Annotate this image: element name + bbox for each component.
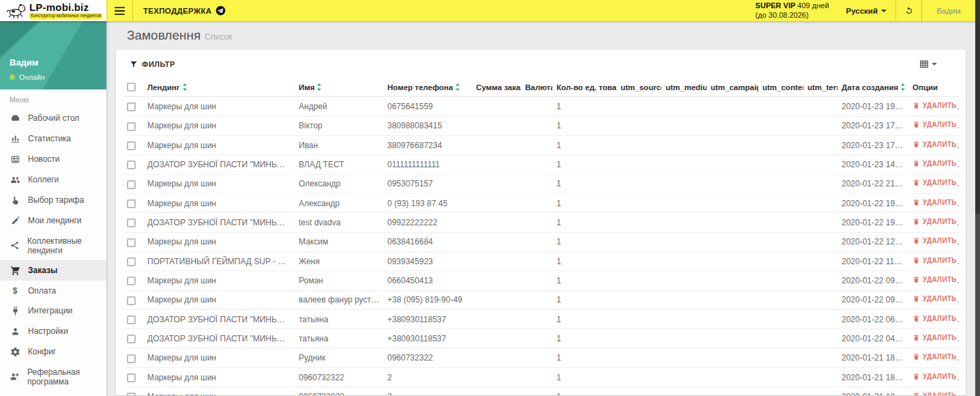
cell-phone: 2 <box>383 368 472 387</box>
sidebar-item-colleagues[interactable]: Коллеги <box>0 169 106 190</box>
col-header-phone[interactable]: Номер телефона <box>383 78 472 97</box>
row-checkbox[interactable] <box>127 257 136 266</box>
row-checkbox[interactable] <box>127 277 136 285</box>
row-checkbox[interactable] <box>127 393 136 395</box>
sidebar-item-tariff[interactable]: Выбор тарифа <box>0 190 106 210</box>
select-all-checkbox[interactable] <box>127 83 136 91</box>
language-dropdown[interactable]: Русский <box>837 0 895 21</box>
row-checkbox[interactable] <box>127 354 136 363</box>
row-checkbox[interactable] <box>127 296 136 305</box>
sidebar-item-collective-landings[interactable]: Коллективные лендинги <box>0 231 106 260</box>
cell-utm_source <box>617 97 662 116</box>
scrollbar-thumb[interactable] <box>975 0 980 214</box>
delete-button[interactable]: УДАЛИТЬ <box>912 315 957 322</box>
hamburger-button[interactable] <box>106 0 132 21</box>
delete-button[interactable]: УДАЛИТЬ <box>912 218 957 225</box>
topbar: LP-mobi.biz Конструктор мобильных лендин… <box>0 0 975 21</box>
col-header-landing[interactable]: Лендинг <box>143 78 295 97</box>
funnel-icon <box>130 60 138 68</box>
sidebar-item-config[interactable]: Конфиг <box>0 341 106 362</box>
sidebar-item-dashboard[interactable]: Рабочий стол <box>0 108 106 128</box>
plan-name: SUPER VIP <box>756 1 796 10</box>
table-row: Маркеры для шинВіктор38098808341512020-0… <box>123 116 959 135</box>
cell-created: 2020-01-22 09:52:15 <box>837 271 908 290</box>
col-header-name[interactable]: Имя <box>295 78 383 97</box>
cell-qty: 1 <box>552 232 617 251</box>
row-checkbox[interactable] <box>127 180 136 189</box>
page-header: ЗамовленняСписок <box>127 28 966 43</box>
delete-button[interactable]: УДАЛИТЬ <box>912 121 957 128</box>
cell-name: валеев фанур рустямович <box>295 290 383 309</box>
cell-currency <box>521 97 552 116</box>
col-header-created[interactable]: Дата создания <box>837 78 908 97</box>
sidebar-item-statistics[interactable]: Статистика <box>0 128 106 149</box>
delete-button[interactable]: УДАЛИТЬ <box>912 179 957 186</box>
cell-qty: 1 <box>552 271 617 290</box>
sidebar-item-payment[interactable]: $Оплата <box>0 281 106 300</box>
cell-phone: +380930118537 <box>383 310 472 329</box>
row-checkbox[interactable] <box>127 122 136 131</box>
row-checkbox[interactable] <box>127 218 136 227</box>
delete-button[interactable]: УДАЛИТЬ <box>912 141 957 148</box>
row-checkbox[interactable] <box>127 160 136 169</box>
news-icon <box>10 154 20 165</box>
cell-sum <box>472 387 521 395</box>
sidebar-item-faq[interactable]: ?FAQ <box>0 391 106 396</box>
filter-button[interactable]: ФИЛЬТР <box>130 60 175 68</box>
columns-toggle-button[interactable] <box>919 59 937 69</box>
sidebar-item-label: Интеграции <box>28 306 72 315</box>
refresh-icon <box>904 6 914 16</box>
support-button[interactable]: ТЕХПОДДЕРЖКА <box>133 0 236 21</box>
cell-created: 2020-01-22 19:21:58 <box>837 194 908 213</box>
cell-phone: 380976687234 <box>383 136 472 155</box>
delete-button[interactable]: УДАЛИТЬ <box>912 353 957 360</box>
cell-utm_campaign <box>707 136 758 155</box>
cell-utm_campaign <box>707 252 758 271</box>
sidebar-item-my-landings[interactable]: Мои лендинги <box>0 210 106 231</box>
delete-button[interactable]: УДАЛИТЬ <box>912 295 957 302</box>
vertical-scrollbar[interactable] <box>975 0 980 396</box>
trash-icon <box>912 392 920 395</box>
table-row: ПОРТАТИВНЫЙ ГЕЙМПАД SUP - 400 ИГР В 1Жен… <box>123 252 959 271</box>
sidebar-item-news[interactable]: Новости <box>0 149 106 169</box>
delete-button[interactable]: УДАЛИТЬ <box>912 392 957 395</box>
row-checkbox[interactable] <box>127 238 136 247</box>
delete-button[interactable]: УДАЛИТЬ <box>912 257 957 264</box>
row-checkbox[interactable] <box>127 102 136 111</box>
delete-button[interactable]: УДАЛИТЬ <box>912 102 957 109</box>
sidebar-item-orders[interactable]: Заказы <box>0 260 106 281</box>
cell-select <box>123 310 143 329</box>
cell-created: 2020-01-22 12:47:43 <box>837 232 908 251</box>
telegram-icon <box>216 5 226 16</box>
cell-currency <box>521 116 552 135</box>
sidebar-item-integrations[interactable]: Интеграции <box>0 300 106 321</box>
cell-sum <box>472 348 521 367</box>
delete-button[interactable]: УДАЛИТЬ <box>912 276 957 283</box>
delete-button[interactable]: УДАЛИТЬ <box>912 334 957 341</box>
delete-button[interactable]: УДАЛИТЬ <box>912 199 957 206</box>
row-checkbox[interactable] <box>127 373 136 382</box>
row-checkbox[interactable] <box>127 141 136 150</box>
sidebar-item-settings[interactable]: Настройки <box>0 321 106 341</box>
table-row: Маркеры для шинАлександр0 (93) 193 87 45… <box>123 194 959 213</box>
cell-currency <box>521 387 552 395</box>
logo[interactable]: LP-mobi.biz Конструктор мобильных лендин… <box>0 0 106 21</box>
cell-qty: 1 <box>552 97 617 116</box>
cell-utm_term <box>803 252 837 271</box>
sidebar-item-label: Настройки <box>28 326 68 336</box>
user-menu[interactable]: Вадим <box>922 0 975 21</box>
cell-currency <box>521 368 552 387</box>
row-checkbox[interactable] <box>127 315 136 324</box>
delete-button[interactable]: УДАЛИТЬ <box>912 160 957 167</box>
menu-section-label: Меню <box>0 89 106 108</box>
delete-button[interactable]: УДАЛИТЬ <box>912 237 957 244</box>
row-checkbox[interactable] <box>127 335 136 343</box>
sidebar-item-referral[interactable]: Реферальная программа <box>0 362 106 391</box>
delete-button[interactable]: УДАЛИТЬ <box>912 373 957 380</box>
col-header-label: utm_content <box>762 83 803 91</box>
refresh-button[interactable] <box>896 0 921 21</box>
cell-landing: Маркеры для шин <box>143 271 295 290</box>
col-header-sum: Сумма заказа <box>472 78 521 97</box>
row-checkbox[interactable] <box>127 199 136 208</box>
cell-utm_source <box>617 174 662 193</box>
